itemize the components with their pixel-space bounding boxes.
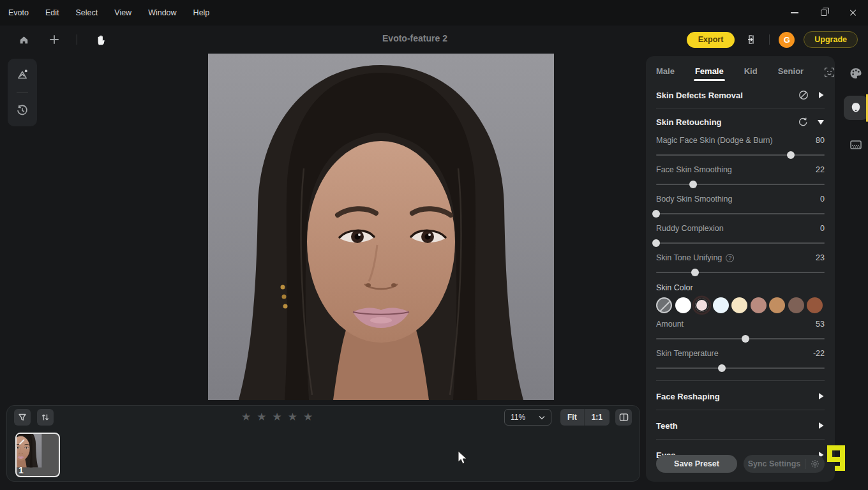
slider-thumb[interactable] [689, 181, 697, 188]
help-icon[interactable]: ? [726, 254, 734, 262]
slider-thumb[interactable] [718, 364, 726, 372]
swatch-color[interactable] [807, 297, 823, 313]
chevron-down-icon [539, 413, 545, 422]
slider-track[interactable] [656, 181, 825, 188]
sync-settings-button[interactable]: Sync Settings [744, 455, 825, 473]
home-button[interactable] [15, 31, 32, 48]
swatch-color[interactable] [713, 297, 729, 313]
skin-color-swatches [656, 297, 825, 313]
panel-divider [656, 108, 825, 108]
save-preset-button[interactable]: Save Preset [656, 455, 737, 473]
watermark-nine-logo [827, 445, 850, 475]
swatch-color[interactable] [788, 297, 804, 313]
hand-icon [94, 34, 106, 46]
hand-tool-button[interactable] [91, 31, 108, 48]
slider-thumb[interactable] [691, 269, 699, 276]
disabled-slash-icon[interactable] [798, 90, 809, 100]
preset-tabs: Male Female Kid Senior [656, 65, 825, 82]
slider-thumb[interactable] [652, 239, 660, 247]
slider-thumb[interactable] [742, 335, 749, 343]
split-compare-icon [619, 413, 629, 422]
zoom-level-select[interactable]: 11% [504, 409, 551, 426]
section-title: Teeth [656, 421, 678, 431]
star-4[interactable]: ★ [288, 411, 297, 424]
left-tool-panel [8, 59, 37, 126]
export-button[interactable]: Export [687, 32, 735, 48]
slider-track[interactable] [656, 239, 825, 247]
menu-evoto[interactable]: Evoto [8, 8, 29, 17]
slider-label: Face Skin Smoothing [656, 165, 732, 174]
section-title: Skin Defects Removal [656, 91, 743, 100]
portrait-tool-button[interactable] [844, 96, 868, 120]
expand-right-icon[interactable] [818, 422, 825, 429]
expand-right-icon[interactable] [818, 392, 825, 400]
photo-thumbnail[interactable]: 1 [15, 433, 60, 477]
menu-view[interactable]: View [114, 8, 131, 17]
section-teeth[interactable]: Teeth [656, 417, 825, 434]
swatch-color[interactable] [769, 297, 785, 313]
tab-senior[interactable]: Senior [778, 66, 804, 81]
slider-label: Body Skin Smoothing [656, 195, 733, 204]
slider-thumb[interactable] [652, 210, 660, 218]
swatch-color[interactable] [731, 297, 747, 313]
palette-tool-button[interactable] [844, 61, 868, 85]
restore-button[interactable] [809, 0, 839, 26]
slider-value: -22 [813, 349, 825, 358]
adjustment-presets-button[interactable] [14, 66, 31, 83]
tab-kid[interactable]: Kid [744, 66, 758, 81]
menu-bar: Evoto Edit Select View Window Help [8, 0, 209, 26]
zoom-level-value: 11% [511, 413, 525, 422]
menu-window[interactable]: Window [148, 8, 176, 17]
sort-button[interactable] [37, 409, 54, 426]
slider-magic-face-skin: Magic Face Skin (Dodge & Burn) 80 [656, 135, 825, 159]
upgrade-button[interactable]: Upgrade [804, 31, 858, 48]
face-detect-button[interactable] [824, 67, 835, 80]
expand-right-icon[interactable] [818, 91, 825, 99]
star-2[interactable]: ★ [257, 411, 266, 424]
tab-male[interactable]: Male [656, 66, 675, 81]
slider-skin-tone-unifying: Skin Tone Unifying ? 23 [656, 253, 825, 276]
swatch-color[interactable] [751, 297, 767, 313]
reset-icon[interactable] [798, 117, 808, 127]
slider-track[interactable] [656, 335, 825, 343]
add-photos-button[interactable] [46, 31, 63, 48]
section-skin-defects-removal[interactable]: Skin Defects Removal [656, 87, 825, 103]
slider-track[interactable] [656, 364, 825, 372]
star-1[interactable]: ★ [241, 411, 251, 424]
history-button[interactable] [14, 102, 31, 119]
swatch-color-selected[interactable] [694, 297, 710, 313]
export-panel-button[interactable] [744, 31, 760, 48]
slider-track[interactable] [656, 269, 825, 276]
swatch-color[interactable] [675, 297, 691, 313]
menu-help[interactable]: Help [193, 8, 210, 17]
swatch-none[interactable] [656, 297, 672, 313]
sync-settings-gear-button[interactable] [805, 459, 825, 468]
close-icon [849, 9, 857, 17]
compare-view-button[interactable] [615, 409, 632, 426]
menu-edit[interactable]: Edit [45, 8, 59, 17]
star-3[interactable]: ★ [273, 411, 282, 424]
star-5[interactable]: ★ [303, 411, 313, 424]
mouse-cursor [457, 450, 470, 466]
slider-track[interactable] [656, 210, 825, 218]
slider-track[interactable] [656, 151, 825, 159]
slider-label: Amount [656, 320, 684, 329]
account-avatar[interactable]: G [779, 32, 795, 48]
section-face-reshaping[interactable]: Face Reshaping [656, 388, 825, 405]
filter-button[interactable] [14, 409, 31, 426]
slider-value: 0 [820, 224, 825, 233]
plus-icon [49, 34, 60, 45]
actual-size-button[interactable]: 1:1 [584, 409, 610, 426]
slider-label: Skin Tone Unifying [656, 253, 722, 262]
close-button[interactable] [839, 0, 868, 26]
texture-tool-button[interactable] [844, 133, 868, 157]
collapse-down-icon[interactable] [817, 119, 825, 126]
slider-thumb[interactable] [787, 151, 795, 159]
section-skin-retouching[interactable]: Skin Retouching [656, 114, 825, 130]
fit-button[interactable]: Fit [560, 409, 584, 426]
tab-female[interactable]: Female [695, 66, 724, 81]
thumbnail-index-badge: 1 [19, 465, 24, 475]
toolbar: Evoto-feature 2 Export G Upgrade [0, 26, 868, 54]
minimize-button[interactable] [780, 0, 809, 26]
menu-select[interactable]: Select [76, 8, 98, 17]
